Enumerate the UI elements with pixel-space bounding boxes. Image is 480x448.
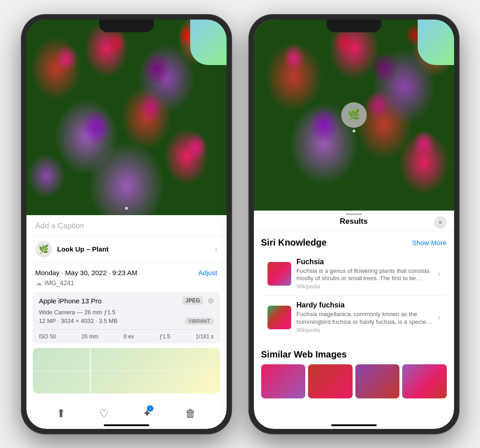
mute-button xyxy=(22,79,22,106)
volume-down-button xyxy=(22,161,22,197)
knowledge-card: Fuchsia Fuchsia is a genus of flowering … xyxy=(261,252,447,339)
similar-images-row xyxy=(261,364,447,398)
bottom-toolbar: ⬆ ♡ ✦ i 🗑 xyxy=(26,407,227,420)
close-button[interactable]: × xyxy=(434,216,447,229)
info-badge: i xyxy=(147,405,153,412)
knowledge-item-hardy-fuchsia[interactable]: Hardy fuchsia Fuchsia magellanica, commo… xyxy=(261,296,447,339)
info-panel: Add a Caption 🌿 Look Up – Plant › Monday… xyxy=(26,215,227,393)
trash-icon[interactable]: 🗑 xyxy=(185,407,196,420)
map-roads xyxy=(33,348,220,393)
notch-2 xyxy=(327,20,381,32)
show-more-button[interactable]: Show More xyxy=(412,239,447,247)
fuchsia-description: Fuchsia is a genus of flowering plants t… xyxy=(297,267,433,283)
hardy-fuchsia-name: Hardy fuchsia xyxy=(297,301,433,309)
volume-up-button-2 xyxy=(249,115,250,151)
similar-images-section: Similar Web Images xyxy=(254,343,454,403)
exif-aperture: ƒ1.5 xyxy=(160,333,170,340)
exif-shutter: 1/181 s xyxy=(196,333,213,340)
exif-ev: 0 ev xyxy=(124,333,134,340)
exif-iso: ISO 50 xyxy=(39,333,56,340)
settings-icon: ⚙ xyxy=(207,297,214,305)
caption-placeholder: Add a Caption xyxy=(35,221,85,230)
lookup-icon-circle: 🌿 xyxy=(35,241,52,257)
map-thumbnail[interactable] xyxy=(33,348,220,393)
exif-row: ISO 50 26 mm 0 ev ƒ1.5 1/181 s xyxy=(33,329,220,343)
phone-2: 🌿 Results × Siri Knowledge Show xyxy=(249,15,459,433)
lookup-label: Look Up – Plant xyxy=(57,245,109,253)
siri-indicator-dot xyxy=(353,130,355,132)
results-title: Results xyxy=(340,217,368,226)
hardy-fuchsia-content: Hardy fuchsia Fuchsia magellanica, commo… xyxy=(297,301,433,333)
page-indicator xyxy=(125,207,128,210)
photo-display-2[interactable]: 🌿 xyxy=(254,20,454,211)
results-panel: Results × Siri Knowledge Show More xyxy=(254,211,454,403)
drag-handle xyxy=(346,213,362,215)
phone-1-screen: Add a Caption 🌿 Look Up – Plant › Monday… xyxy=(26,20,227,429)
date-line: Monday · May 30, 2022 · 9:23 AM Adjust xyxy=(35,269,217,277)
fuchsia-name: Fuchsia xyxy=(297,258,433,266)
hardy-chevron-icon: › xyxy=(438,313,440,322)
mute-button-2 xyxy=(249,79,250,106)
siri-visual-lookup-button[interactable]: 🌿 xyxy=(341,102,367,128)
device-info-card: Apple iPhone 13 Pro JPEG ⚙ Wide Camera —… xyxy=(33,292,220,329)
phone-1: Add a Caption 🌿 Look Up – Plant › Monday… xyxy=(22,15,231,433)
fuchsia-source: Wikipedia xyxy=(297,283,433,290)
vibrant-badge: VIBRANT xyxy=(185,317,214,325)
lookup-chevron-icon: › xyxy=(215,245,217,253)
camera-spec: Wide Camera — 26 mm ƒ1.5 xyxy=(39,309,214,316)
sky-area xyxy=(190,20,227,65)
filename-row: ☁ IMG_4241 xyxy=(26,278,227,292)
similar-image-2[interactable] xyxy=(308,364,353,398)
mp-row: 12 MP · 3024 × 4032 · 3.5 MB VIBRANT xyxy=(39,317,214,325)
heart-icon[interactable]: ♡ xyxy=(99,407,109,420)
phone-2-screen: 🌿 Results × Siri Knowledge Show xyxy=(254,20,454,429)
exif-focal: 26 mm xyxy=(81,333,98,340)
similar-image-4[interactable] xyxy=(402,364,447,398)
similar-image-1[interactable] xyxy=(261,364,306,398)
fuchsia-chevron-icon: › xyxy=(438,270,440,278)
volume-down-button-2 xyxy=(249,161,250,197)
hardy-fuchsia-description: Fuchsia magellanica, commonly known as t… xyxy=(297,311,433,326)
section-header: Siri Knowledge Show More xyxy=(261,237,447,248)
power-button-2 xyxy=(458,106,459,151)
leaf-siri-icon: 🌿 xyxy=(348,109,360,121)
lookup-row[interactable]: 🌿 Look Up – Plant › xyxy=(26,237,227,262)
hardy-fuchsia-source: Wikipedia xyxy=(297,327,433,333)
knowledge-item-fuchsia[interactable]: Fuchsia Fuchsia is a genus of flowering … xyxy=(261,252,447,296)
volume-up-button xyxy=(22,115,22,151)
mp-text: 12 MP · 3024 × 4032 · 3.5 MB xyxy=(39,317,118,324)
photo-display[interactable] xyxy=(26,20,227,215)
fuchsia-thumbnail xyxy=(268,262,291,286)
sky-area-2 xyxy=(418,20,454,65)
results-header: Results × xyxy=(254,211,454,231)
jpeg-badge: JPEG xyxy=(182,297,202,305)
leaf-icon: 🌿 xyxy=(39,244,49,254)
filename-text: IMG_4241 xyxy=(45,279,74,287)
info-button[interactable]: ✦ i xyxy=(142,407,152,420)
notch xyxy=(99,20,154,32)
similar-section-header: Similar Web Images xyxy=(261,349,447,360)
fuchsia-content: Fuchsia Fuchsia is a genus of flowering … xyxy=(297,258,433,290)
device-header: Apple iPhone 13 Pro JPEG ⚙ xyxy=(39,297,214,305)
siri-knowledge-section: Siri Knowledge Show More Fuchsia Fuchsia… xyxy=(254,231,454,343)
date-section: Monday · May 30, 2022 · 9:23 AM Adjust xyxy=(26,262,227,278)
siri-knowledge-title: Siri Knowledge xyxy=(261,237,327,248)
phones-container: Add a Caption 🌿 Look Up – Plant › Monday… xyxy=(22,15,459,433)
hardy-fuchsia-thumbnail xyxy=(268,306,291,329)
close-icon: × xyxy=(438,219,442,226)
caption-area[interactable]: Add a Caption xyxy=(26,215,227,237)
home-indicator-2 xyxy=(331,424,377,426)
cloud-icon: ☁ xyxy=(35,279,42,287)
adjust-button[interactable]: Adjust xyxy=(198,269,217,277)
date-text: Monday · May 30, 2022 · 9:23 AM xyxy=(35,269,137,277)
home-indicator xyxy=(104,424,149,426)
power-button xyxy=(231,106,231,151)
similar-image-3[interactable] xyxy=(355,364,400,398)
device-name: Apple iPhone 13 Pro xyxy=(39,297,102,305)
similar-images-title: Similar Web Images xyxy=(261,349,347,360)
share-icon[interactable]: ⬆ xyxy=(56,407,66,420)
